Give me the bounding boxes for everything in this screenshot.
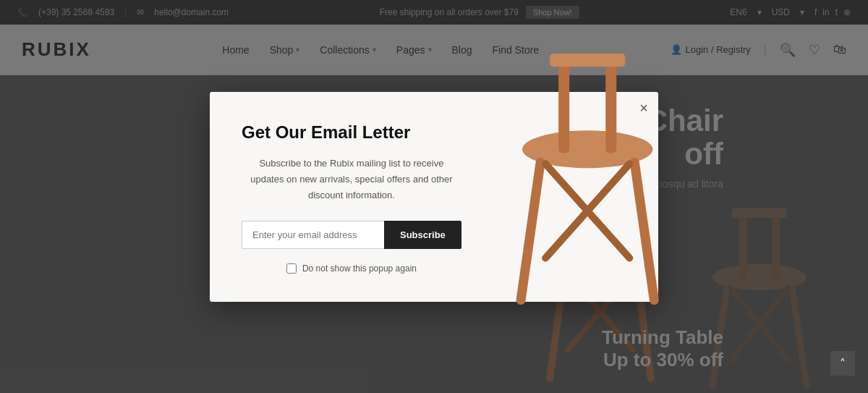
modal-chair-svg (493, 4, 681, 309)
modal-close-button[interactable]: × (639, 101, 648, 115)
modal-description: Subscribe to the Rubix mailing list to r… (242, 156, 461, 203)
scroll-top-icon: ˄ (840, 357, 846, 371)
svg-line-21 (634, 162, 654, 300)
modal-title: Get Our Email Letter (242, 122, 461, 143)
modal-overlay: × Get Our Email Letter Subscribe to the … (0, 0, 868, 393)
modal-image-side (493, 92, 681, 302)
no-show-checkbox[interactable] (286, 263, 297, 274)
email-input[interactable] (242, 221, 384, 249)
subscribe-button[interactable]: Subscribe (384, 221, 461, 249)
no-show-label: Do not show this popup again (302, 263, 417, 274)
email-modal: × Get Our Email Letter Subscribe to the … (210, 92, 658, 302)
modal-checkbox-row: Do not show this popup again (242, 263, 461, 274)
modal-form: Subscribe (242, 221, 461, 249)
svg-line-20 (521, 162, 540, 300)
scroll-top-button[interactable]: ˄ (830, 351, 855, 376)
svg-rect-19 (550, 54, 625, 67)
svg-rect-18 (605, 59, 616, 153)
modal-content: Get Our Email Letter Subscribe to the Ru… (210, 92, 493, 302)
svg-rect-17 (558, 59, 569, 153)
